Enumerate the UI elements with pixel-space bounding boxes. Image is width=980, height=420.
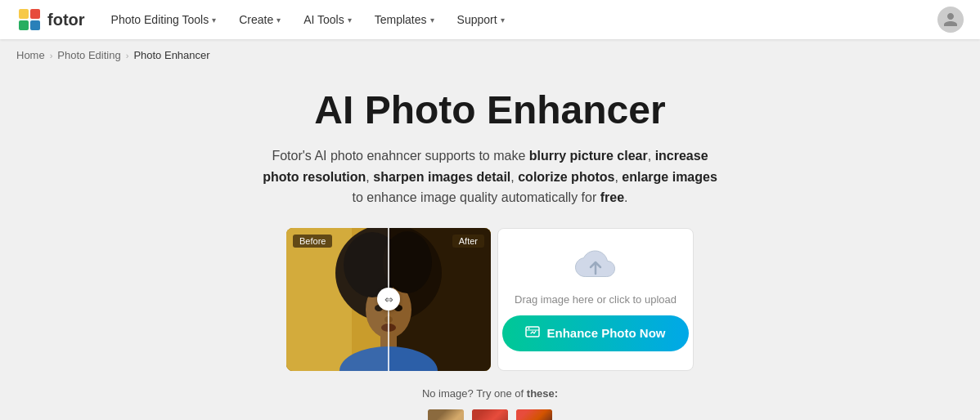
user-avatar[interactable] [937, 7, 964, 33]
sample-thumb-3[interactable] [515, 408, 554, 420]
nav-support[interactable]: Support ▾ [447, 8, 515, 31]
nav-create[interactable]: Create ▾ [229, 8, 290, 31]
after-label: After [452, 235, 484, 248]
breadcrumb-photo-editing[interactable]: Photo Editing [57, 49, 120, 61]
page-title: AI Photo Enhancer [0, 87, 980, 132]
nav-photo-editing-tools[interactable]: Photo Editing Tools ▾ [101, 8, 227, 31]
header: fotor Photo Editing Tools ▾ Create ▾ AI … [0, 0, 980, 39]
nav-templates[interactable]: Templates ▾ [365, 8, 444, 31]
enhance-photo-button[interactable]: Enhance Photo Now [502, 315, 688, 351]
chevron-down-icon: ▾ [348, 16, 352, 25]
svg-rect-2 [30, 9, 40, 19]
breadcrumb: Home › Photo Editing › Photo Enhancer [0, 39, 980, 71]
nav-ai-tools[interactable]: AI Tools ▾ [294, 8, 362, 31]
breadcrumb-sep-2: › [126, 51, 129, 60]
main-content: AI Photo Enhancer Fotor's AI photo enahn… [0, 71, 980, 420]
before-label: Before [293, 235, 332, 248]
fotor-logo-icon [16, 7, 43, 33]
breadcrumb-current: Photo Enhancer [133, 49, 209, 61]
header-right [937, 7, 964, 33]
slider-handle[interactable]: ⇔ [377, 288, 400, 311]
enhance-btn-label: Enhance Photo Now [546, 326, 665, 340]
upload-box[interactable]: Drag image here or click to upload Enhan… [497, 228, 694, 371]
logo[interactable]: fotor [16, 7, 85, 33]
chevron-down-icon: ▾ [212, 16, 216, 25]
main-nav: Photo Editing Tools ▾ Create ▾ AI Tools … [101, 8, 937, 31]
content-area: Before After ⇔ Drag image here or click … [122, 228, 858, 371]
sample-thumb-1-image [428, 409, 464, 420]
logo-text: fotor [47, 11, 85, 29]
enhance-icon [525, 324, 540, 342]
svg-point-19 [528, 328, 530, 329]
svg-rect-4 [30, 20, 40, 30]
sample-section: No image? Try one of these: [0, 387, 980, 420]
breadcrumb-sep-1: › [50, 51, 53, 60]
sample-thumb-2[interactable] [470, 408, 510, 420]
sample-images [0, 408, 980, 420]
sample-text: No image? Try one of these: [0, 387, 980, 400]
sample-thumb-2-image [472, 409, 508, 420]
upload-cloud-icon [574, 248, 617, 284]
before-panel [286, 228, 389, 371]
svg-rect-3 [19, 20, 29, 30]
page-description: Fotor's AI photo enahncer supports to ma… [261, 145, 719, 208]
sample-thumb-3-image [516, 409, 552, 420]
chevron-down-icon: ▾ [501, 16, 505, 25]
upload-text: Drag image here or click to upload [515, 293, 677, 306]
chevron-down-icon: ▾ [276, 16, 281, 25]
avatar-icon [942, 11, 959, 28]
svg-point-13 [383, 231, 432, 293]
before-after-slider[interactable]: Before After ⇔ [286, 228, 491, 371]
chevron-down-icon: ▾ [430, 16, 434, 25]
breadcrumb-home[interactable]: Home [16, 49, 45, 61]
svg-rect-1 [19, 9, 29, 19]
sample-thumb-1[interactable] [426, 408, 465, 420]
